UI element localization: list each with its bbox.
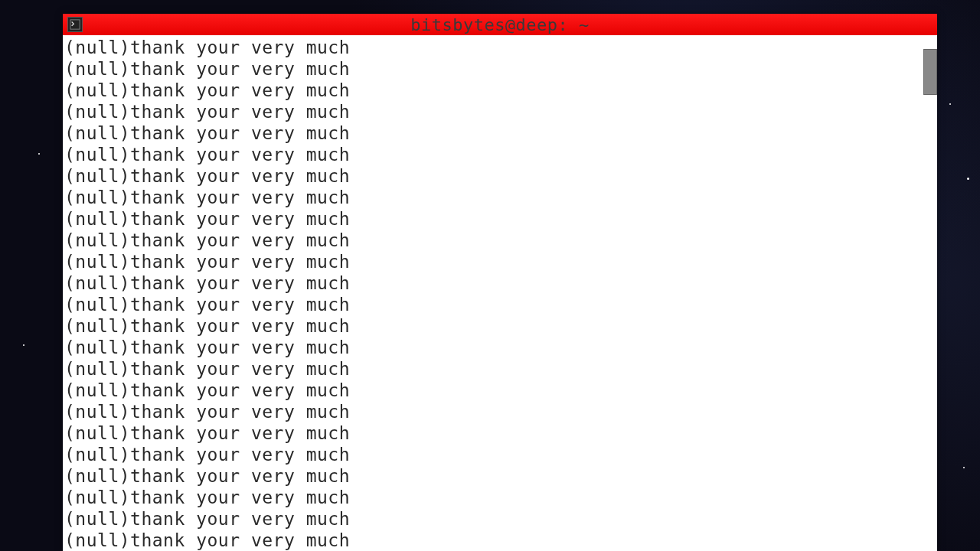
terminal-line: (null)thank your very much xyxy=(64,358,937,380)
star xyxy=(967,178,969,180)
title-bar[interactable]: bitsbytes@deep: ~ xyxy=(63,14,937,35)
svg-rect-0 xyxy=(70,20,80,29)
terminal-line: (null)thank your very much xyxy=(64,380,937,401)
terminal-icon[interactable] xyxy=(67,17,83,32)
star xyxy=(949,103,951,105)
terminal-line: (null)thank your very much xyxy=(64,444,937,465)
terminal-line: (null)thank your very much xyxy=(64,144,937,165)
terminal-line: (null)thank your very much xyxy=(64,272,937,294)
terminal-line: (null)thank your very much xyxy=(64,422,937,444)
terminal-line: (null)thank your very much xyxy=(64,165,937,187)
terminal-line: (null)thank your very much xyxy=(64,251,937,272)
terminal-line: (null)thank your very much xyxy=(64,465,937,487)
terminal-line: (null)thank your very much xyxy=(64,37,937,58)
terminal-line: (null)thank your very much xyxy=(64,294,937,315)
terminal-line: (null)thank your very much xyxy=(64,122,937,144)
terminal-line: (null)thank your very much xyxy=(64,401,937,422)
window-title: bitsbytes@deep: ~ xyxy=(410,15,590,34)
star xyxy=(23,344,24,346)
terminal-line: (null)thank your very much xyxy=(64,58,937,80)
terminal-line: (null)thank your very much xyxy=(64,80,937,101)
star xyxy=(963,467,965,468)
terminal-line: (null)thank your very much xyxy=(64,230,937,251)
terminal-content[interactable]: (null)thank your very much(null)thank yo… xyxy=(63,35,937,551)
terminal-line: (null)thank your very much xyxy=(64,487,937,508)
terminal-window[interactable]: bitsbytes@deep: ~ (null)thank your very … xyxy=(63,14,937,551)
star xyxy=(38,153,40,155)
terminal-line: (null)thank your very much xyxy=(64,530,937,551)
scrollbar-thumb[interactable] xyxy=(923,49,937,95)
terminal-line: (null)thank your very much xyxy=(64,315,937,337)
terminal-line: (null)thank your very much xyxy=(64,508,937,530)
terminal-line: (null)thank your very much xyxy=(64,101,937,122)
terminal-line: (null)thank your very much xyxy=(64,187,937,208)
terminal-line: (null)thank your very much xyxy=(64,337,937,358)
terminal-line: (null)thank your very much xyxy=(64,208,937,230)
